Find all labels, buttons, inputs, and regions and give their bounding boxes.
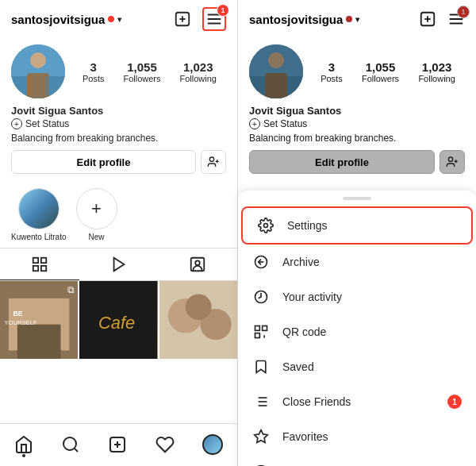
star-icon-svg: [253, 429, 269, 445]
chevron-left[interactable]: ▾: [117, 15, 121, 24]
right-header-bg: santosjovitsigua ▾: [238, 0, 476, 38]
nav-heart-left[interactable]: [155, 435, 175, 454]
posts-stat-left[interactable]: 3 Posts: [83, 60, 105, 83]
grid-item-3[interactable]: [159, 281, 237, 359]
following-stat-left[interactable]: 1,023 Following: [180, 60, 217, 83]
avatar-svg-right-bg: [249, 44, 303, 98]
svg-rect-36: [421, 13, 435, 26]
grid-item-2[interactable]: Cafe: [79, 281, 157, 359]
nav-search-left[interactable]: [61, 435, 80, 454]
svg-rect-45: [265, 73, 287, 98]
archive-icon-svg: [253, 254, 269, 270]
activity-icon-svg: [253, 289, 269, 305]
person-tag-icon-left: [189, 256, 206, 273]
add-friend-button-right-bg: [440, 150, 465, 174]
add-post-button-left[interactable]: [174, 10, 191, 28]
posts-count-left: 3: [90, 60, 97, 74]
tab-grid-left[interactable]: [0, 248, 79, 280]
set-status-left[interactable]: + Set Status: [11, 118, 226, 129]
menu-item-close-friends-label: Close Friends: [282, 395, 351, 408]
grid-photo-2-svg: Cafe: [79, 281, 157, 359]
avatar-left[interactable]: [11, 44, 65, 98]
profile-stats-left: 3 Posts 1,055 Followers 1,023 Following: [11, 44, 226, 98]
svg-rect-42: [249, 44, 303, 98]
svg-text:Cafe: Cafe: [98, 313, 135, 333]
menu-button-left[interactable]: 1: [202, 7, 226, 31]
username-left[interactable]: santosjovitsigua ▾: [11, 13, 121, 26]
tab-tagged-left[interactable]: [158, 248, 237, 280]
svg-marker-17: [113, 257, 124, 271]
svg-point-30: [185, 294, 211, 320]
following-count-right-bg: 1,023: [422, 60, 452, 74]
menu-item-archive[interactable]: Archive: [238, 245, 476, 279]
list-icon-svg: [253, 394, 269, 410]
tab-reels-left[interactable]: [79, 248, 159, 280]
menu-item-settings[interactable]: Settings: [241, 206, 473, 245]
plus-square-icon: [174, 10, 191, 28]
left-header: santosjovitsigua ▾ 1: [0, 0, 237, 38]
followers-stat-left[interactable]: 1,055 Followers: [123, 60, 160, 83]
highlight-label-new: New: [88, 233, 104, 241]
add-friend-button-left[interactable]: [201, 150, 226, 174]
menu-button-right-bg: 1: [447, 10, 465, 28]
hamburger-icon-right-bg: [447, 10, 465, 28]
online-dot-left: [108, 16, 114, 22]
grid-photo-1-svg: BE YOURSELF: [0, 281, 78, 359]
nav-add-left[interactable]: [108, 435, 127, 454]
search-icon-left: [61, 435, 80, 454]
grid-item-1[interactable]: BE YOURSELF ⧉: [0, 281, 78, 359]
following-stat-right-bg: 1,023 Following: [418, 60, 455, 83]
dropdown-handle: [238, 191, 476, 206]
handle-bar: [343, 197, 371, 200]
svg-rect-9: [27, 73, 49, 98]
add-person-icon-left: [207, 156, 220, 168]
play-icon-left: [110, 256, 128, 273]
home-icon-left: [14, 435, 33, 454]
nav-home-left[interactable]: [14, 435, 33, 454]
multi-icon-1: ⧉: [67, 284, 75, 295]
grid-icon-left: [31, 256, 48, 273]
svg-rect-22: [17, 325, 61, 360]
username-right-bg: santosjovitsigua ▾: [249, 13, 359, 26]
svg-rect-16: [41, 265, 46, 270]
profile-stats-right-bg: 3 Posts 1,055 Followers 1,023 Following: [249, 44, 465, 98]
nav-avatar-left: [202, 434, 223, 455]
menu-item-qr[interactable]: QR code: [238, 314, 476, 349]
stats-container-right-bg: 3 Posts 1,055 Followers 1,023 Following: [311, 60, 465, 83]
menu-item-close-friends[interactable]: Close Friends 1: [238, 384, 476, 419]
menu-item-activity[interactable]: Your activity: [238, 279, 476, 314]
menu-item-archive-label: Archive: [282, 256, 320, 268]
nav-home-dot-left: [22, 454, 25, 457]
svg-line-32: [75, 448, 78, 451]
online-dot-right-bg: [346, 16, 352, 22]
avatar-image-left: [11, 44, 65, 98]
posts-label-right-bg: Posts: [321, 74, 343, 83]
menu-item-favorites[interactable]: Favorites: [238, 419, 476, 454]
profile-section-right-bg: 3 Posts 1,055 Followers 1,023 Following …: [238, 38, 476, 182]
header-icons-right-bg: 1: [419, 10, 465, 28]
svg-rect-14: [41, 257, 46, 262]
profile-buttons-left: Edit profile: [11, 150, 226, 174]
svg-rect-13: [33, 257, 38, 262]
menu-item-covid[interactable]: COVID-19 Information Center: [238, 454, 476, 466]
heart-icon-left: [155, 435, 175, 454]
svg-point-44: [268, 52, 284, 68]
header-icons-left: 1: [174, 7, 226, 31]
highlight-item-1[interactable]: Kuwento Litrato: [11, 188, 67, 241]
bio-right-bg: Balancing from breaking branches.: [249, 133, 465, 144]
add-post-button-right-bg: [419, 10, 436, 28]
svg-rect-55: [255, 333, 260, 338]
svg-rect-43: [249, 76, 303, 98]
menu-item-saved[interactable]: Saved: [238, 349, 476, 384]
followers-label-left: Followers: [123, 74, 160, 83]
followers-stat-right-bg: 1,055 Followers: [362, 60, 399, 83]
archive-icon: [252, 254, 270, 270]
menu-item-favorites-label: Favorites: [282, 430, 328, 443]
nav-profile-left[interactable]: [202, 434, 223, 455]
bookmark-icon-svg: [253, 359, 269, 375]
svg-point-31: [63, 437, 76, 450]
svg-rect-53: [255, 326, 260, 331]
left-panel: santosjovitsigua ▾ 1: [0, 0, 238, 466]
highlight-item-new[interactable]: + New: [76, 188, 117, 241]
edit-profile-button-left[interactable]: Edit profile: [11, 150, 196, 174]
